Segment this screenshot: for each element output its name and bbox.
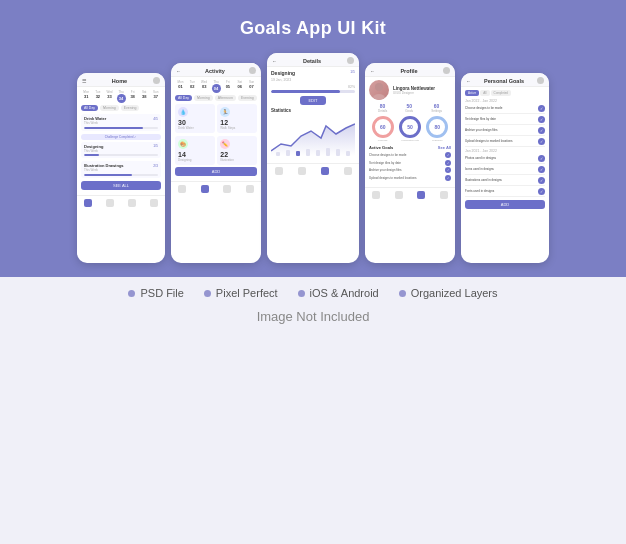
screen4-title: Profile	[400, 68, 417, 74]
screen1-filters: All Day Morning Evening	[81, 105, 161, 111]
screen4-avatar	[369, 80, 389, 100]
nav-settings[interactable]	[150, 199, 158, 207]
svg-rect-6	[336, 149, 340, 156]
feature-layers-label: Organized Layers	[411, 287, 498, 299]
screen4-goals-title: Active Goals	[369, 145, 393, 150]
phones-row: ☰ Home Mon31 Tue32 Wed33 Thu34 Fri38 Sat…	[10, 53, 616, 263]
feature-psd: PSD File	[128, 287, 183, 299]
screen3-notif-icon	[347, 57, 354, 64]
screen3-progress: 82%	[271, 85, 355, 93]
screen-home: ☰ Home Mon31 Tue32 Wed33 Thu34 Fri38 Sat…	[77, 73, 165, 263]
screen-details: ← Details Designing 1/5 19 Jan, 2023 82%…	[267, 53, 359, 263]
screen3-date: 19 Jan, 2023	[271, 78, 355, 82]
task-designing: Designing1/5 This Week	[81, 142, 161, 159]
feature-pixel: Pixel Perfect	[204, 287, 278, 299]
top-section: Goals App UI Kit ☰ Home Mon31 Tue32 Wed3…	[0, 0, 626, 277]
screen1-title: Home	[112, 78, 127, 84]
activity-card-water: 💧 30 Drink Water	[175, 104, 215, 133]
screen2-notif-icon	[249, 67, 256, 74]
feature-psd-label: PSD File	[140, 287, 183, 299]
screen4-profile-row: Lingora Nettlewater UI/UX Designer	[369, 80, 451, 100]
nav-profile[interactable]	[128, 199, 136, 207]
screen3-pct: 82%	[271, 85, 355, 89]
filter-evening[interactable]: Evening	[121, 105, 140, 111]
nav-home[interactable]	[84, 199, 92, 207]
feature-layers: Organized Layers	[399, 287, 498, 299]
screen3-bottom-nav	[267, 163, 359, 177]
screen2-add-btn[interactable]: ADD	[175, 167, 257, 176]
feature-psd-dot	[128, 290, 135, 297]
svg-rect-1	[286, 150, 290, 156]
screen3-title: Details	[303, 58, 321, 64]
feature-pixel-dot	[204, 290, 211, 297]
screen3-task-name: Designing	[271, 70, 295, 76]
svg-rect-0	[276, 152, 280, 156]
tab-completed[interactable]: Completed	[491, 90, 512, 96]
activity-card-design: 🎨 14 Designing	[175, 136, 215, 165]
screen-details-header: ← Details	[267, 53, 359, 67]
screen4-see-all[interactable]: See All	[438, 145, 451, 150]
screen4-goals-list: Choose designs to be made✓ Sort design t…	[369, 152, 451, 181]
task-drink-water: Drink Water4/5 This Week	[81, 114, 161, 131]
screen5-add-btn[interactable]: ADD	[465, 200, 545, 209]
screen2-cards-grid: 💧 30 Drink Water 🏃 12 Walk Steps 🎨 14	[175, 104, 257, 165]
see-all-button[interactable]: SEE ALL	[81, 181, 161, 190]
tab-all[interactable]: All	[480, 90, 489, 96]
svg-point-9	[373, 94, 385, 100]
screen-personal-goals: ← Personal Goals Active All Completed Ja…	[461, 73, 549, 263]
svg-rect-7	[346, 151, 350, 156]
features-row: PSD File Pixel Perfect iOS & Android Org…	[128, 287, 497, 299]
challenge-badge: Challenge Completed ✓	[81, 134, 161, 140]
bottom-section: PSD File Pixel Perfect iOS & Android Org…	[0, 277, 626, 544]
feature-ios-dot	[298, 290, 305, 297]
screen4-role: UI/UX Designer	[393, 91, 435, 95]
screen-profile-header: ← Profile	[365, 63, 455, 77]
feature-pixel-label: Pixel Perfect	[216, 287, 278, 299]
screen3-stats-title: Statistics	[271, 108, 355, 113]
screen2-bottom-nav	[171, 181, 261, 195]
svg-rect-3	[306, 149, 310, 156]
filter-allday[interactable]: All Day	[81, 105, 98, 111]
screen5-title: Personal Goals	[484, 78, 524, 84]
screen5-tabs: Active All Completed	[465, 90, 545, 96]
feature-ios-label: iOS & Android	[310, 287, 379, 299]
feature-layers-dot	[399, 290, 406, 297]
screen5-notif-icon	[537, 77, 544, 84]
screen2-body: Mon01 Tue02 Wed03 Thu04 Fri05 Sat06 Sun0…	[171, 77, 261, 179]
screen-home-header: ☰ Home	[77, 73, 165, 87]
svg-rect-2	[296, 151, 300, 156]
nav-activity[interactable]	[106, 199, 114, 207]
page-title: Goals App UI Kit	[10, 18, 616, 39]
feature-ios: iOS & Android	[298, 287, 379, 299]
activity-card-illus: ✏️ 22 Illustration	[217, 136, 257, 165]
screen5-goals-list-1: Choose designs to be made✓ Set design fi…	[465, 105, 545, 147]
activity-card-walk: 🏃 12 Walk Steps	[217, 104, 257, 133]
screen4-notif-icon	[443, 67, 450, 74]
tab-active[interactable]: Active	[465, 90, 479, 96]
screen2-title: Activity	[205, 68, 225, 74]
screen4-bottom-nav	[365, 187, 455, 201]
screen-personal-goals-header: ← Personal Goals	[461, 73, 549, 87]
screen2-days: Mon01 Tue02 Wed03 Thu04 Fri05 Sat06 Sun0…	[175, 80, 257, 93]
screen5-body: Active All Completed Jan 2022 - Jan 2022…	[461, 87, 549, 212]
svg-rect-4	[316, 150, 320, 156]
screen5-period1: Jan 2022 - Jan 2022	[465, 99, 545, 103]
screen4-circles: 60 Overdue 50 Completion rate 80 Precisi…	[369, 116, 451, 142]
screen5-goals-list-2: Photos used in designs✓ Icons used in de…	[465, 155, 545, 197]
screen4-body: Lingora Nettlewater UI/UX Designer 80Det…	[365, 77, 455, 185]
image-not-included-label: Image Not Included	[257, 309, 370, 324]
svg-rect-5	[326, 148, 330, 156]
screen5-period2: Jan 2021 - Jan 2022	[465, 149, 545, 153]
screen1-days: Mon31 Tue32 Wed33 Thu34 Fri38 Sat38 Sun3…	[81, 90, 161, 103]
screen3-body: Designing 1/5 19 Jan, 2023 82% EDIT Stat…	[267, 67, 359, 161]
screen2-filters: All Day Morning Afternoon Evening	[175, 95, 257, 101]
task-illustration: Illustration Drawings2/3 This Week	[81, 161, 161, 178]
screen-activity: ← Activity Mon01 Tue02 Wed03 Thu04 Fri05…	[171, 63, 261, 263]
screen3-edit-btn[interactable]: EDIT	[300, 96, 325, 105]
filter-morning[interactable]: Morning	[100, 105, 119, 111]
screen1-bottom-nav	[77, 195, 165, 209]
screen1-notif-icon	[153, 77, 160, 84]
screen1-body: Mon31 Tue32 Wed33 Thu34 Fri38 Sat38 Sun3…	[77, 87, 165, 193]
screen4-stats-row: 80Details 50Goals 60Settings	[369, 103, 451, 113]
screen3-chart	[271, 116, 355, 156]
